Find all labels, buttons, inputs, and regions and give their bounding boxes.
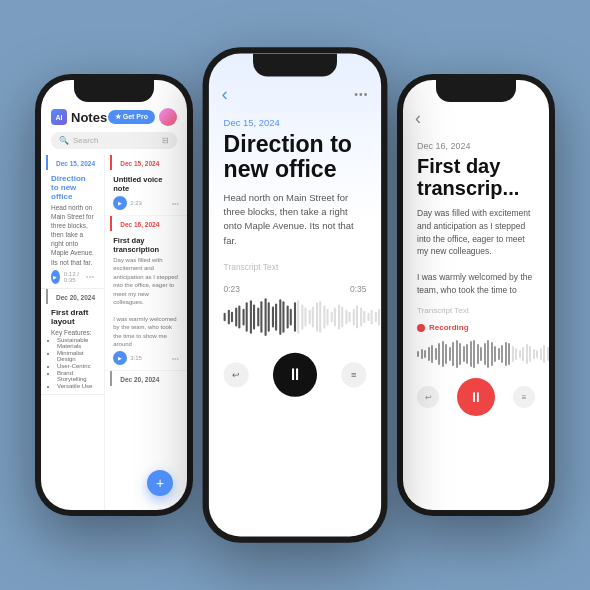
note-title-voice: Untitled voice note [113, 175, 179, 193]
phone-2: ‹ ••• Dec 15, 2024 Direction to new offi… [203, 47, 388, 543]
detail-title: Direction to new office [209, 130, 381, 191]
note-preview-firstday: Day was filled with excitement and antic… [113, 256, 179, 348]
waveform [224, 299, 367, 337]
note-list-draft: Sustainable Materials Minimalist Design … [51, 337, 94, 389]
right-date-2: Dec 16, 2024 [110, 216, 187, 231]
dots-direction[interactable]: ••• [86, 272, 94, 281]
ai-icon: AI [51, 109, 67, 125]
transcript-label: Transcript Text [209, 259, 381, 277]
phone-notch-2 [253, 54, 337, 77]
waveform-section: 0:23 0:35 [209, 276, 381, 353]
header-right: ★ Get Pro [108, 108, 177, 126]
play-voice[interactable]: ▶ [113, 196, 127, 210]
audio-time-voice: 2:23 [130, 200, 142, 206]
phone-1: AI Notes ★ Get Pro 🔍 Search ⊟ [35, 74, 193, 516]
rec-date: Dec 16, 2024 [403, 137, 549, 153]
avatar [159, 108, 177, 126]
fab-add-button[interactable]: + [147, 470, 173, 496]
note-preview-direction: Head north on Main Street for three bloc… [51, 203, 94, 267]
phone-notch-3 [436, 80, 516, 102]
notes-two-col: Dec 15, 2024 Direction to new office Hea… [41, 155, 187, 510]
rec-transcript-label: Transcript Text [403, 302, 549, 319]
pause-button[interactable]: ⏸ [273, 353, 317, 397]
note-title-direction: Direction to new office [51, 174, 94, 201]
rec-transcript-button[interactable]: ≡ [513, 386, 535, 408]
detail-body: Head north on Main Street for three bloc… [209, 191, 381, 258]
rec-controls: ↩ ⏸ ≡ [403, 378, 549, 426]
play-firstday[interactable]: ▶ [113, 351, 127, 365]
search-icon: 🔍 [59, 136, 69, 145]
recording-dot [417, 324, 425, 332]
audio-row-direction: ▶ 0:12 / 0:35 ••• [51, 270, 94, 284]
get-pro-button[interactable]: ★ Get Pro [108, 110, 155, 124]
audio-firstday: ▶ 3:15 ••• [113, 351, 179, 365]
rewind-button[interactable]: ↩ [224, 363, 249, 388]
audio-voice: ▶ 2:23 ••• [113, 196, 179, 210]
phone-notch-1 [74, 80, 154, 102]
waveform-time: 0:23 0:35 [224, 285, 367, 294]
note-first-draft[interactable]: First draft layout Key Features: Sustain… [41, 304, 104, 395]
rec-waveform [417, 338, 535, 370]
note-first-day[interactable]: First day transcription Day was filled w… [105, 231, 187, 371]
note-title-firstday: First day transcription [113, 236, 179, 254]
recording-badge: Recording [403, 319, 549, 338]
app-title: AI Notes [51, 109, 107, 125]
controls-row: ↩ ⏸ ≡ [209, 353, 381, 408]
audio-time-direction: 0:12 / 0:35 [64, 271, 82, 283]
play-button-direction[interactable]: ▶ [51, 270, 60, 284]
left-date-1: Dec 15, 2024 [46, 155, 104, 170]
right-date-1: Dec 15, 2024 [110, 155, 187, 170]
left-date-2: Dec 20, 2024 [46, 289, 104, 304]
recording-label: Recording [429, 323, 469, 332]
dots-voice[interactable]: ••• [172, 200, 179, 207]
detail-date: Dec 15, 2024 [209, 113, 381, 130]
time-start: 0:23 [224, 285, 240, 294]
time-end: 0:35 [350, 285, 366, 294]
rec-pause-button[interactable]: ⏸ [457, 378, 495, 416]
right-date-3: Dec 20, 2024 [110, 371, 187, 386]
rec-body: Day was filled with excitement and antic… [403, 207, 549, 302]
more-button[interactable]: ••• [354, 88, 368, 100]
back-button[interactable]: ‹ [222, 83, 228, 105]
search-placeholder: Search [73, 136, 98, 145]
transcript-button[interactable]: ≡ [341, 363, 366, 388]
right-panel: Dec 15, 2024 Untitled voice note ▶ 2:23 … [105, 155, 187, 510]
filter-icon[interactable]: ⊟ [162, 136, 169, 145]
rec-title: First day transcrip... [403, 153, 549, 207]
audio-time-firstday: 3:15 [130, 355, 142, 361]
phone-3: ‹ Dec 16, 2024 First day transcrip... Da… [397, 74, 555, 516]
search-bar[interactable]: 🔍 Search ⊟ [51, 132, 177, 149]
dots-firstday[interactable]: ••• [172, 355, 179, 362]
note-title-draft: First draft layout [51, 308, 94, 326]
rec-back-button[interactable]: ‹ [415, 108, 421, 129]
note-direction[interactable]: Direction to new office Head north on Ma… [41, 170, 104, 289]
note-untitled-voice[interactable]: Untitled voice note ▶ 2:23 ••• [105, 170, 187, 216]
note-preview-draft: Key Features: [51, 328, 94, 337]
rec-rewind-button[interactable]: ↩ [417, 386, 439, 408]
left-panel: Dec 15, 2024 Direction to new office Hea… [41, 155, 105, 510]
